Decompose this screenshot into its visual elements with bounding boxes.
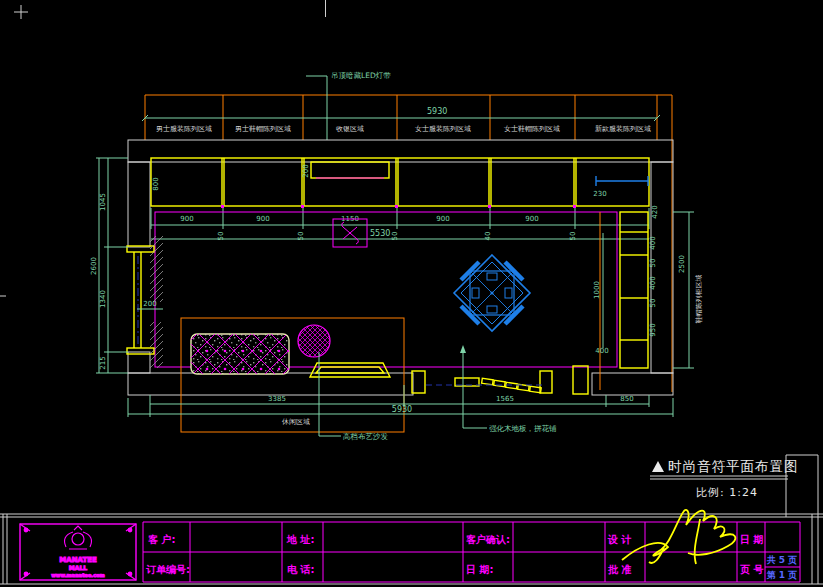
zone-label-1: 男士服装陈列区域: [156, 125, 212, 133]
dim-right-top: 420: [651, 205, 659, 218]
dim-right-total: 2500: [678, 255, 686, 273]
folding-door-chain: [482, 378, 542, 392]
window-jamb: [573, 366, 588, 394]
dim-cab-1: 900: [180, 215, 193, 223]
display-cabinets: [151, 158, 649, 208]
dim-left-total: 2600: [90, 257, 98, 275]
right-shelving: 420 400 50 400 50 950 400 1000 2500 鞋帽陈列…: [593, 205, 703, 390]
drawing-scale-text: 比例: 1:24: [696, 486, 758, 499]
dim-left-offset: 200: [143, 300, 156, 308]
dim-bottom-2: 1565: [496, 395, 514, 403]
bottom-wall-right: [592, 373, 673, 395]
left-glass-door: 200: [127, 236, 163, 368]
dim-cab-2: 900: [256, 215, 269, 223]
dim-left-3: 215: [99, 356, 107, 369]
ucs-cross-icon: [14, 5, 28, 19]
sofa-annotation-text: 高档布艺沙发: [343, 432, 389, 441]
zone-label-2: 男士鞋帽陈列区域: [235, 125, 291, 133]
cad-canvas: 男士服装陈列区域 男士鞋帽陈列区域 收银区域 女士服装陈列区域 女士鞋帽陈列区域…: [0, 0, 823, 587]
zone-label-4: 女士服装陈列区域: [415, 125, 471, 133]
left-wall-lower: [128, 352, 150, 373]
confirm-label: 客户确认:: [465, 534, 510, 545]
dim-right-1: 400: [649, 236, 657, 249]
dim-cab-depth: 800: [152, 177, 160, 190]
left-column-hatch-lower: [150, 322, 163, 368]
logo-line2: MALL: [69, 564, 87, 571]
bottom-dims: 3385 1565 850 5930 休闲区域: [128, 385, 673, 426]
dim-right-2: 50: [649, 259, 657, 268]
left-column-hatch-upper: [150, 236, 163, 302]
floor-annotation-text: 强化木地板，拼花铺: [489, 424, 557, 433]
logo-line3: www.manatee.com: [51, 572, 105, 578]
dim-bottom-3: 850: [620, 395, 633, 403]
leader-annotations: 高档布艺沙发 强化木地板，拼花铺: [319, 345, 557, 441]
left-dims: 1045 1340 215 2600: [90, 158, 128, 373]
dim-right-5: 950: [649, 323, 657, 336]
customer-label: 客 户:: [147, 534, 175, 545]
dim-inner-width: 5530: [370, 229, 390, 238]
design-label: 设 计: [607, 534, 631, 545]
led-annotation-text: 吊顶暗藏LED灯带: [331, 71, 391, 80]
dim-cab-4: 900: [436, 215, 449, 223]
dim-right-low: 400: [595, 347, 608, 355]
logo-crest-icon: [65, 526, 92, 549]
page-no-label: 页 号: [739, 564, 763, 575]
address-label: 地 址:: [286, 534, 314, 545]
dim-cab-5: 900: [525, 215, 538, 223]
leader-arrow: [460, 345, 466, 353]
zone-label-6: 新款服装陈列区域: [595, 124, 651, 133]
dim-rail: 230: [593, 190, 606, 198]
dim-left-1: 1045: [99, 193, 107, 211]
coffee-table: [310, 363, 390, 377]
storefront: [412, 366, 588, 394]
cad-sheet: 男士服装陈列区域 男士鞋帽陈列区域 收银区域 女士服装陈列区域 女士鞋帽陈列区域…: [0, 0, 823, 587]
dim-right-inner: 1000: [593, 281, 601, 299]
phone-label: 电 话:: [287, 564, 314, 575]
date2-label: 日 期: [740, 534, 763, 545]
round-stool: [298, 325, 330, 357]
dim-top-total: 5930: [427, 107, 447, 116]
dim-left-2: 1340: [99, 290, 107, 308]
right-wall-label: 鞋帽陈列柜区域: [695, 275, 703, 324]
zone-label-5: 女士鞋帽陈列区域: [504, 125, 560, 133]
floor-medallion: [454, 255, 530, 331]
dim-counter-depth: 200: [302, 164, 310, 177]
leisure-area: [181, 318, 404, 432]
dim-right-4: 50: [649, 299, 657, 308]
dim-right-3: 400: [649, 276, 657, 289]
logo-line1: MANATEE: [59, 556, 97, 564]
designer-signature: [622, 510, 735, 564]
left-wall-upper: [128, 162, 150, 247]
logo-cell: MANATEE MALL www.manatee.com: [20, 524, 136, 580]
approve-label: 批 准: [607, 564, 631, 575]
zone-label-3: 收银区域: [336, 125, 364, 133]
pages-total: 共 5 页: [767, 555, 798, 565]
ceiling-fan: [333, 219, 367, 247]
leisure-label: 休闲区域: [282, 418, 310, 426]
date1-label: 日 期:: [466, 564, 493, 575]
dim-bottom-1: 3385: [268, 395, 286, 403]
dim-bottom-total: 5930: [392, 405, 412, 414]
cashier-counter: [311, 162, 389, 178]
page-current: 第 1 页: [766, 570, 798, 580]
order-no-label: 订单编号:: [146, 564, 190, 575]
title-triangle-icon: [652, 461, 664, 472]
drawing-title-text: 时尚音符平面布置图: [668, 458, 799, 474]
title-block: 客 户: 订单编号: 地 址: 电 话: 客户确认: 日 期: 设 计 批 准 …: [143, 510, 800, 582]
door-jamb-left: [412, 371, 425, 393]
door-jamb-right: [540, 371, 552, 393]
